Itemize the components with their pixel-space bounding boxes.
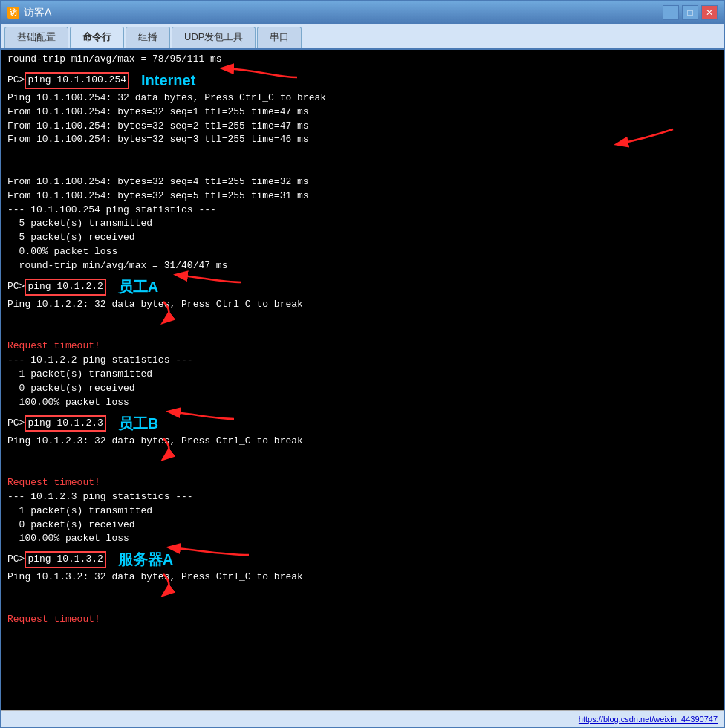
cmd1-line: PC>ping 10.1.100.254 Internet [7, 70, 718, 91]
cmd2-out1: Ping 10.1.2.2: 32 data bytes, Press Ctrl… [7, 298, 718, 340]
cmd1-out3: From 10.1.100.254: bytes=32 seq=2 ttl=25… [7, 120, 718, 134]
tab-command-line[interactable]: 命令行 [70, 27, 124, 48]
cmd2-line: PC>ping 10.1.2.2 员工A [7, 276, 718, 298]
close-button[interactable]: ✕ [701, 5, 718, 20]
arrow3b-svg [156, 438, 215, 461]
cmd2-box: ping 10.1.2.2 [25, 279, 105, 296]
cmd3-stat4: 100.00% packet loss [7, 532, 718, 546]
prompt4: PC> [7, 553, 25, 567]
cmd1-out1: Ping 10.1.100.254: 32 data bytes, Press … [7, 91, 718, 105]
cmd3-label: 员工B [118, 413, 158, 435]
terminal-output[interactable]: round-trip min/avg/max = 78/95/111 ms PC… [1, 50, 724, 710]
title-controls: — □ ✕ [663, 5, 718, 20]
tab-udp-tool[interactable]: UDP发包工具 [172, 27, 256, 48]
cmd1-stat2: 5 packet(s) transmitted [7, 217, 718, 231]
prompt2: PC> [7, 280, 25, 294]
cmd3-stat1: --- 10.1.2.3 ping statistics --- [7, 490, 718, 504]
arrow4b-svg [156, 574, 215, 597]
tab-serial[interactable]: 串口 [257, 27, 302, 48]
cmd2-stat4: 100.00% packet loss [7, 396, 718, 410]
url-link[interactable]: https://blog.csdn.net/weixin_44390747 [579, 715, 718, 724]
cmd3-timeout: Request timeout! [7, 476, 718, 490]
cmd3-line: PC>ping 10.1.2.3 员工B [7, 413, 718, 435]
window-icon: 访 [7, 7, 19, 19]
window-title: 访客A [24, 6, 51, 19]
arrow1-svg [215, 62, 305, 92]
cmd3-stat2: 1 packet(s) transmitted [7, 504, 718, 519]
arrow2-svg [171, 269, 245, 299]
tab-multicast[interactable]: 组播 [126, 27, 170, 48]
cmd1-stat4: 0.00% packet loss [7, 245, 718, 259]
cmd4-timeout: Request timeout! [7, 613, 718, 627]
arrow4-svg [163, 542, 253, 571]
cmd3-box: ping 10.1.2.3 [25, 415, 105, 432]
main-window: 访 访客A — □ ✕ 基础配置 命令行 组播 UDP发包工具 串口 round… [0, 0, 725, 728]
bottom-bar: https://blog.csdn.net/weixin_44390747 [1, 710, 724, 727]
arrow2b-svg [156, 302, 215, 324]
prompt3: PC> [7, 417, 25, 431]
cmd1-stat3: 5 packet(s) received [7, 231, 718, 245]
cmd4-line: PC>ping 10.1.3.2 服务器A [7, 549, 718, 571]
minimize-button[interactable]: — [663, 5, 679, 20]
cmd4-box: ping 10.1.3.2 [25, 551, 105, 568]
tab-bar: 基础配置 命令行 组播 UDP发包工具 串口 [1, 24, 724, 50]
cmd2-label: 员工A [118, 276, 158, 298]
cmd2-stat1: --- 10.1.2.2 ping statistics --- [7, 354, 718, 368]
cmd1-stat5: round-trip min/avg/max = 31/40/47 ms [7, 259, 718, 273]
arrow3-svg [163, 406, 238, 435]
cmd4-out1: Ping 10.1.3.2: 32 data bytes, Press Ctrl… [7, 571, 718, 613]
cmd2-stat2: 1 packet(s) transmitted [7, 368, 718, 382]
tab-basic-config[interactable]: 基础配置 [4, 27, 68, 48]
title-bar-left: 访 访客A [7, 6, 51, 19]
top-line: round-trip min/avg/max = 78/95/111 ms [7, 53, 718, 67]
maximize-button[interactable]: □ [682, 5, 698, 20]
arrow1b-svg [614, 129, 673, 152]
cmd2-stat3: 0 packet(s) received [7, 382, 718, 396]
cmd1-label: Internet [141, 70, 195, 91]
cmd3-stat3: 0 packet(s) received [7, 519, 718, 533]
prompt1: PC> [7, 74, 25, 88]
cmd1-out2: From 10.1.100.254: bytes=32 seq=1 ttl=25… [7, 105, 718, 120]
title-bar: 访 访客A — □ ✕ [1, 1, 724, 24]
cmd1-box: ping 10.1.100.254 [25, 72, 129, 89]
cmd1-out5: From 10.1.100.254: bytes=32 seq=4 ttl=25… [7, 175, 718, 189]
cmd1-stat1: --- 10.1.100.254 ping statistics --- [7, 204, 718, 218]
cmd1-out6: From 10.1.100.254: bytes=32 seq=5 ttl=25… [7, 189, 718, 204]
cmd3-out1: Ping 10.1.2.3: 32 data bytes, Press Ctrl… [7, 435, 718, 477]
cmd2-timeout: Request timeout! [7, 339, 718, 354]
cmd1-out4: From 10.1.100.254: bytes=32 seq=3 ttl=25… [7, 133, 718, 175]
